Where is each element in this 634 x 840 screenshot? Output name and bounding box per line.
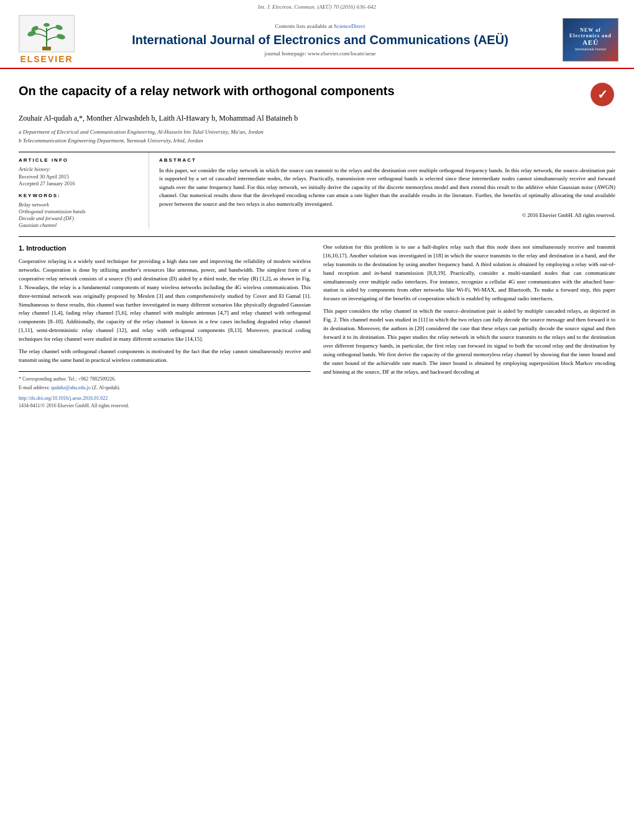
col-right-para-2: This paper considers the relay channel i… bbox=[323, 307, 615, 377]
keyword-1: Relay network bbox=[19, 201, 141, 208]
copyright: © 2016 Elsevier GmbH. All rights reserve… bbox=[159, 212, 615, 218]
article-title-section: On the capacity of a relay network with … bbox=[19, 83, 615, 108]
affiliations: a Department of Electrical and Communica… bbox=[19, 127, 615, 145]
crossmark-logo: ✓ bbox=[590, 83, 615, 108]
history-label: Article history: bbox=[19, 166, 141, 172]
doi-line: Int. J. Electron. Commun. (AEÜ) 70 (2016… bbox=[12, 4, 622, 10]
email-label: E-mail address: bbox=[19, 385, 50, 390]
aeu-logo-box: NEW af Electronics and AEÜ International… bbox=[563, 18, 618, 62]
col-left-para-1: Cooperative relaying is a widely used te… bbox=[19, 257, 311, 344]
journal-homepage: journal homepage: www.elsevier.com/locat… bbox=[87, 50, 553, 57]
issn-line: 1434-8411/© 2016 Elsevier GmbH. All righ… bbox=[19, 402, 311, 410]
affiliation-a: a Department of Electrical and Communica… bbox=[19, 127, 615, 136]
email-link[interactable]: qudahz@ahu.edu.jo bbox=[51, 385, 91, 390]
abstract-section: ABSTRACT In this paper, we consider the … bbox=[149, 152, 615, 229]
sciencedirect-link[interactable]: ScienceDirect bbox=[334, 23, 365, 29]
elsevier-brand-text: ELSEVIER bbox=[20, 54, 73, 64]
aeu-label: AEÜ bbox=[582, 39, 599, 46]
keyword-2: Orthogonal transmission bands bbox=[19, 208, 141, 215]
col-left-para-2: The relay channel with orthogonal channe… bbox=[19, 348, 311, 365]
aeu-logo-right: NEW af Electronics and AEÜ International… bbox=[559, 18, 622, 62]
logo-subtitle: International Journal bbox=[575, 47, 606, 52]
journal-main-title: International Journal of Electronics and… bbox=[87, 32, 553, 48]
column-left: 1. Introduction Cooperative relaying is … bbox=[19, 243, 311, 412]
main-content: On the capacity of a relay network with … bbox=[0, 69, 634, 418]
elsevier-image bbox=[19, 15, 75, 52]
header-content: ELSEVIER Contents lists available at Sci… bbox=[12, 12, 622, 68]
abstract-text: In this paper, we consider the relay net… bbox=[159, 167, 615, 209]
keywords-label: Keywords: bbox=[19, 193, 141, 198]
elsevier-plant-svg bbox=[21, 16, 73, 52]
article-title: On the capacity of a relay network with … bbox=[19, 83, 581, 99]
svg-rect-7 bbox=[42, 47, 51, 50]
section1-title: 1. Introduction bbox=[19, 243, 311, 254]
article-footer: * Corresponding author. Tel.: +962 78825… bbox=[19, 371, 311, 410]
affiliation-b: b Telecommunication Engineering Departme… bbox=[19, 136, 615, 145]
article-info-title: ARTICLE INFO bbox=[19, 157, 141, 163]
svg-point-6 bbox=[44, 23, 50, 27]
article-info: ARTICLE INFO Article history: Received 3… bbox=[19, 152, 149, 229]
keyword-4: Gaussian channel bbox=[19, 222, 141, 228]
article-body: ARTICLE INFO Article history: Received 3… bbox=[19, 152, 615, 229]
email-suffix: (Z. Al-qudah). bbox=[92, 385, 121, 390]
two-column-body: 1. Introduction Cooperative relaying is … bbox=[19, 236, 615, 412]
column-right: One solution for this problem is to use … bbox=[323, 243, 615, 412]
elsevier-logo: ELSEVIER bbox=[12, 15, 81, 64]
col-right-para-1: One solution for this problem is to use … bbox=[323, 243, 615, 304]
svg-text:✓: ✓ bbox=[597, 88, 608, 101]
email-line: E-mail address: qudahz@ahu.edu.jo (Z. Al… bbox=[19, 384, 311, 392]
journal-title-center: Contents lists available at ScienceDirec… bbox=[81, 23, 559, 57]
crossmark-icon: ✓ bbox=[590, 83, 614, 106]
contents-line: Contents lists available at ScienceDirec… bbox=[87, 23, 553, 29]
page: Int. J. Electron. Commun. (AEÜ) 70 (2016… bbox=[0, 0, 634, 840]
received-date: Received 30 April 2015 bbox=[19, 173, 141, 180]
doi-link[interactable]: http://dx.doi.org/10.1016/j.aeue.2016.01… bbox=[19, 395, 108, 401]
authors: Zouhair Al-qudah a,*, Monther Alrwashdeh… bbox=[19, 113, 615, 124]
journal-header: Int. J. Electron. Commun. (AEÜ) 70 (2016… bbox=[0, 0, 634, 69]
accepted-date: Accepted 27 January 2016 bbox=[19, 180, 141, 187]
abstract-title: ABSTRACT bbox=[159, 157, 615, 163]
footnote-star: * Corresponding author. Tel.: +962 78825… bbox=[19, 376, 311, 383]
keyword-3: Decode and forward (DF) bbox=[19, 215, 141, 221]
keywords-section: Keywords: Relay network Orthogonal trans… bbox=[19, 193, 141, 228]
